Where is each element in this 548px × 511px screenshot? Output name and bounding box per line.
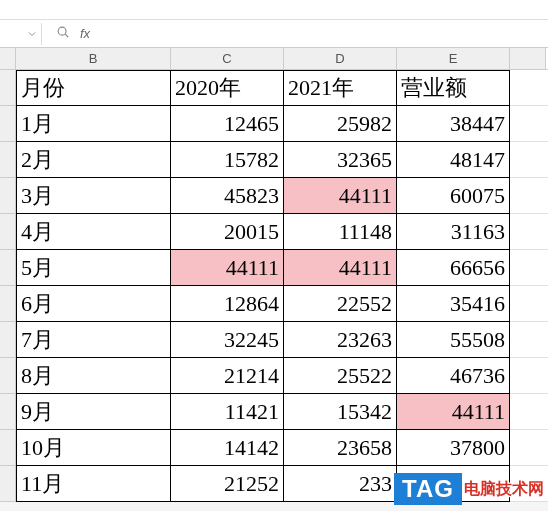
row-header[interactable] — [0, 322, 16, 358]
formula-bar: fx — [0, 20, 548, 48]
cell-revenue[interactable]: 38447 — [397, 106, 510, 142]
cell-2021[interactable]: 22552 — [284, 286, 397, 322]
cell-revenue[interactable]: 66656 — [397, 250, 510, 286]
cell-2021[interactable]: 15342 — [284, 394, 397, 430]
cell-2020[interactable]: 21252 — [171, 466, 284, 502]
row-header[interactable] — [0, 142, 16, 178]
empty-cell[interactable] — [510, 106, 548, 142]
cell-revenue[interactable]: 46736 — [397, 358, 510, 394]
table-row: 4月200151114831163 — [0, 214, 548, 250]
table-row: 2月157823236548147 — [0, 142, 548, 178]
spreadsheet-grid[interactable]: B C D E 月份 2020年 2021年 营业额 1月12465259823… — [0, 48, 548, 502]
cell-revenue[interactable]: 60075 — [397, 178, 510, 214]
row-header[interactable] — [0, 466, 16, 502]
cell-2021[interactable]: 23263 — [284, 322, 397, 358]
cell-2021[interactable]: 25982 — [284, 106, 397, 142]
cell-month[interactable]: 3月 — [16, 178, 171, 214]
row-header[interactable] — [0, 70, 16, 106]
cell-2020[interactable]: 12864 — [171, 286, 284, 322]
cell-revenue[interactable]: 31163 — [397, 214, 510, 250]
cell-2021[interactable]: 32365 — [284, 142, 397, 178]
toolbar-top — [0, 0, 548, 20]
table-row: 8月212142552246736 — [0, 358, 548, 394]
name-box-dropdown[interactable] — [4, 23, 42, 45]
cell-2020[interactable]: 15782 — [171, 142, 284, 178]
fx-button[interactable]: fx — [80, 26, 90, 41]
cell-2021[interactable]: 25522 — [284, 358, 397, 394]
cell-2020-header[interactable]: 2020年 — [171, 70, 284, 106]
table-header-row: 月份 2020年 2021年 营业额 — [0, 70, 548, 106]
empty-cell[interactable] — [510, 214, 548, 250]
cell-2020[interactable]: 21214 — [171, 358, 284, 394]
cell-revenue[interactable]: 55508 — [397, 322, 510, 358]
cell-month[interactable]: 7月 — [16, 322, 171, 358]
cell-2020[interactable]: 12465 — [171, 106, 284, 142]
table-row: 7月322452326355508 — [0, 322, 548, 358]
row-header[interactable] — [0, 430, 16, 466]
svg-point-0 — [58, 27, 66, 35]
table-row: 5月441114411166656 — [0, 250, 548, 286]
empty-cell[interactable] — [510, 430, 548, 466]
cell-2021[interactable]: 11148 — [284, 214, 397, 250]
watermark: TAG 电脑技术网 — [394, 473, 544, 505]
watermark-text: 电脑技术网 — [464, 479, 544, 500]
empty-cell[interactable] — [510, 142, 548, 178]
empty-cell[interactable] — [510, 286, 548, 322]
cell-month[interactable]: 6月 — [16, 286, 171, 322]
cell-revenue[interactable]: 35416 — [397, 286, 510, 322]
col-header-d[interactable]: D — [284, 48, 397, 69]
cell-2021[interactable]: 233 — [284, 466, 397, 502]
table-row: 1月124652598238447 — [0, 106, 548, 142]
table-row: 9月114211534244111 — [0, 394, 548, 430]
cell-revenue-header[interactable]: 营业额 — [397, 70, 510, 106]
table-row: 10月141422365837800 — [0, 430, 548, 466]
cell-month[interactable]: 10月 — [16, 430, 171, 466]
empty-cell[interactable] — [510, 394, 548, 430]
column-headers-row: B C D E — [0, 48, 548, 70]
col-header-b[interactable]: B — [16, 48, 171, 69]
row-header[interactable] — [0, 106, 16, 142]
table-row: 3月458234411160075 — [0, 178, 548, 214]
table-row: 6月128642255235416 — [0, 286, 548, 322]
row-header[interactable] — [0, 286, 16, 322]
search-icon[interactable] — [56, 25, 70, 43]
cell-2020[interactable]: 14142 — [171, 430, 284, 466]
cell-revenue[interactable]: 44111 — [397, 394, 510, 430]
cell-2020[interactable]: 45823 — [171, 178, 284, 214]
row-header[interactable] — [0, 178, 16, 214]
col-header-c[interactable]: C — [171, 48, 284, 69]
col-header-f[interactable] — [510, 48, 546, 69]
cell-month[interactable]: 11月 — [16, 466, 171, 502]
cell-revenue[interactable]: 37800 — [397, 430, 510, 466]
cell-2020[interactable]: 20015 — [171, 214, 284, 250]
row-header[interactable] — [0, 358, 16, 394]
watermark-tag: TAG — [394, 473, 462, 505]
row-header[interactable] — [0, 250, 16, 286]
cell-month-header[interactable]: 月份 — [16, 70, 171, 106]
row-header[interactable] — [0, 214, 16, 250]
empty-cell[interactable] — [510, 358, 548, 394]
cell-2020[interactable]: 32245 — [171, 322, 284, 358]
cell-2021[interactable]: 23658 — [284, 430, 397, 466]
cell-2021-header[interactable]: 2021年 — [284, 70, 397, 106]
chevron-down-icon — [28, 30, 36, 38]
empty-cell[interactable] — [510, 322, 548, 358]
empty-cell[interactable] — [510, 250, 548, 286]
svg-line-1 — [65, 34, 68, 37]
empty-cell[interactable] — [510, 70, 548, 106]
select-all-corner[interactable] — [0, 48, 16, 69]
empty-cell[interactable] — [510, 178, 548, 214]
cell-2021[interactable]: 44111 — [284, 178, 397, 214]
row-header[interactable] — [0, 394, 16, 430]
cell-month[interactable]: 2月 — [16, 142, 171, 178]
cell-month[interactable]: 5月 — [16, 250, 171, 286]
cell-2020[interactable]: 44111 — [171, 250, 284, 286]
cell-month[interactable]: 9月 — [16, 394, 171, 430]
cell-2021[interactable]: 44111 — [284, 250, 397, 286]
cell-revenue[interactable]: 48147 — [397, 142, 510, 178]
cell-2020[interactable]: 11421 — [171, 394, 284, 430]
col-header-e[interactable]: E — [397, 48, 510, 69]
cell-month[interactable]: 8月 — [16, 358, 171, 394]
cell-month[interactable]: 1月 — [16, 106, 171, 142]
cell-month[interactable]: 4月 — [16, 214, 171, 250]
